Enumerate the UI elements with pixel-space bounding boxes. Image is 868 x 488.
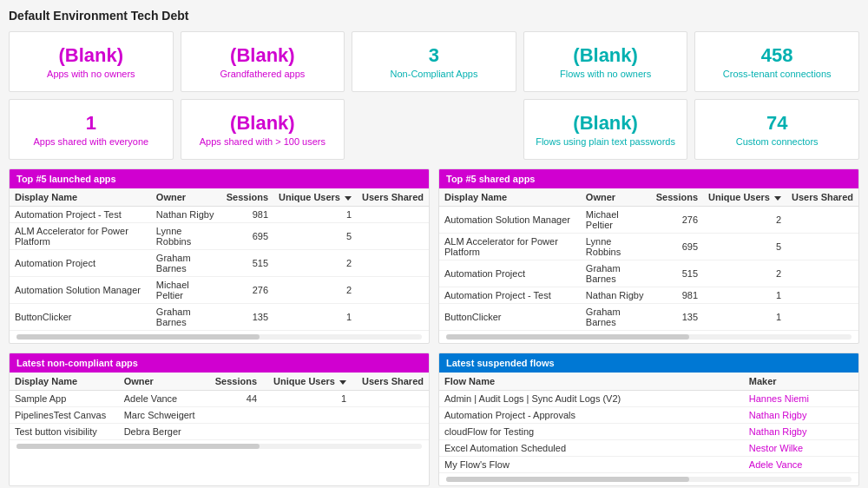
col-maker[interactable]: Maker [744, 373, 858, 391]
table-row[interactable]: Automation Project Graham Barnes 515 2 [10, 250, 429, 277]
cell-sessions [206, 407, 262, 424]
tables-row-1: Top #5 launched apps Display Name Owner … [9, 168, 859, 344]
table-row[interactable]: My Flow's Flow Adele Vance [439, 457, 858, 473]
col-owner-2[interactable]: Owner [581, 188, 651, 207]
cell-owner: Graham Barnes [151, 250, 221, 277]
table-row[interactable]: Automation Project Graham Barnes 515 2 [439, 260, 858, 287]
metric-flows-no-owners[interactable]: (Blank) Flows with no owners [523, 31, 688, 92]
table-row[interactable]: ButtonClicker Graham Barnes 135 1 [10, 304, 429, 331]
metric-custom-connectors[interactable]: 74 Custom connectors [694, 99, 859, 160]
scrollbar-shared-apps[interactable] [446, 334, 852, 340]
scrollbar-thumb-suspended [446, 477, 689, 482]
col-owner-3[interactable]: Owner [119, 373, 207, 391]
col-owner-1[interactable]: Owner [151, 188, 221, 207]
table-row[interactable]: Test button visibility Debra Berger [10, 424, 429, 440]
metric-apps-no-owners[interactable]: (Blank) Apps with no owners [9, 31, 174, 92]
cell-users-shared [786, 304, 858, 331]
cell-maker: Nathan Rigby [744, 407, 858, 424]
suspended-flows-header: Latest suspended flows [439, 353, 858, 373]
col-users-shared-1[interactable]: Users Shared [357, 188, 429, 207]
cell-display-name: ButtonClicker [10, 304, 151, 331]
table-row[interactable]: Sample App Adele Vance 44 1 [10, 391, 429, 407]
metric-cross-tenant[interactable]: 458 Cross-tenant connections [694, 31, 859, 92]
table-row[interactable]: Automation Project - Test Nathan Rigby 9… [439, 287, 858, 304]
metric-value-noncompliant: 3 [429, 44, 439, 67]
metrics-row-2: 1 Apps shared with everyone (Blank) Apps… [9, 99, 859, 160]
cell-sessions: 981 [651, 287, 703, 304]
col-users-shared-2[interactable]: Users Shared [786, 188, 858, 207]
cell-display-name: ALM Accelerator for Power Platform [10, 223, 151, 250]
cell-owner: Adele Vance [119, 391, 207, 407]
col-sessions-1[interactable]: Sessions [221, 188, 273, 207]
table-row[interactable]: Admin | Audit Logs | Sync Audit Logs (V2… [439, 391, 858, 407]
cell-unique-users: 1 [273, 207, 357, 223]
metric-grandfathered-apps[interactable]: (Blank) Grandfathered apps [181, 31, 345, 92]
cell-unique-users: 1 [262, 391, 352, 407]
col-sessions-3[interactable]: Sessions [206, 373, 262, 391]
sort-arrow-1 [345, 196, 352, 201]
metric-value-flows-no-owners: (Blank) [573, 44, 638, 67]
cell-owner: Nathan Rigby [581, 287, 651, 304]
cell-sessions: 44 [206, 391, 262, 407]
table-row[interactable]: ALM Accelerator for Power Platform Lynne… [439, 234, 858, 260]
cell-sessions: 276 [221, 277, 273, 304]
cell-display-name: Sample App [10, 391, 119, 407]
top-launched-apps-section: Top #5 launched apps Display Name Owner … [9, 168, 430, 344]
cell-owner: Michael Peltier [151, 277, 221, 304]
cell-users-shared [357, 277, 429, 304]
noncompliant-apps-header: Latest non-compliant apps [10, 353, 429, 373]
top-shared-apps-section: Top #5 shared apps Display Name Owner Se… [438, 168, 859, 344]
col-unique-users-1[interactable]: Unique Users [273, 188, 357, 207]
metric-label-grandfathered: Grandfathered apps [220, 69, 305, 79]
metric-noncompliant-apps[interactable]: 3 Non-Compliant Apps [352, 31, 516, 92]
col-display-name-3[interactable]: Display Name [10, 373, 119, 391]
sort-arrow-2 [774, 196, 781, 201]
col-flow-name[interactable]: Flow Name [439, 373, 744, 391]
table-row[interactable]: Automation Project - Test Nathan Rigby 9… [10, 207, 429, 223]
metric-label-custom-connectors: Custom connectors [736, 136, 819, 147]
col-users-shared-3[interactable]: Users Shared [352, 373, 429, 391]
cell-unique-users: 1 [703, 287, 786, 304]
col-sessions-2[interactable]: Sessions [651, 188, 703, 207]
suspended-flows-table: Flow Name Maker Admin | Audit Logs | Syn… [439, 373, 858, 473]
cell-sessions: 276 [651, 207, 703, 234]
cell-flow-name: Automation Project - Approvals [439, 407, 744, 424]
metric-shared-everyone[interactable]: 1 Apps shared with everyone [9, 99, 174, 160]
table-row[interactable]: cloudFlow for Testing Nathan Rigby [439, 424, 858, 440]
suspended-flows-section: Latest suspended flows Flow Name Maker A… [438, 353, 859, 486]
cell-sessions [206, 424, 262, 440]
cell-display-name: PipelinesTest Canvas [10, 407, 119, 424]
col-unique-users-3[interactable]: Unique Users [262, 373, 352, 391]
table-row[interactable]: Automation Project - Approvals Nathan Ri… [439, 407, 858, 424]
scrollbar-launched-apps[interactable] [16, 334, 422, 340]
col-display-name-1[interactable]: Display Name [10, 188, 151, 207]
metric-plain-text-passwords[interactable]: (Blank) Flows using plain text passwords [523, 99, 688, 160]
col-display-name-2[interactable]: Display Name [439, 188, 581, 207]
noncompliant-apps-table: Display Name Owner Sessions Unique Users… [10, 373, 429, 440]
cell-maker: Hannes Niemi [744, 391, 858, 407]
cell-display-name: Automation Solution Manager [10, 277, 151, 304]
cell-owner: Lynne Robbins [151, 223, 221, 250]
cell-unique-users: 1 [703, 304, 786, 331]
cell-sessions: 515 [651, 260, 703, 287]
cell-owner: Graham Barnes [151, 304, 221, 331]
cell-unique-users: 2 [273, 277, 357, 304]
cell-owner: Graham Barnes [581, 260, 651, 287]
table-row[interactable]: ALM Accelerator for Power Platform Lynne… [10, 223, 429, 250]
table-row[interactable]: Excel Automation Scheduled Nestor Wilke [439, 440, 858, 457]
scrollbar-noncompliant[interactable] [16, 444, 422, 449]
table-row[interactable]: PipelinesTest Canvas Marc Schweigert [10, 407, 429, 424]
table-row[interactable]: Automation Solution Manager Michael Pelt… [439, 207, 858, 234]
cell-display-name: ButtonClicker [439, 304, 581, 331]
cell-unique-users: 5 [703, 234, 786, 260]
cell-sessions: 695 [651, 234, 703, 260]
metric-value-shared-100: (Blank) [230, 112, 295, 135]
cell-unique-users [262, 424, 352, 440]
col-unique-users-2[interactable]: Unique Users [703, 188, 786, 207]
metric-value-grandfathered: (Blank) [230, 44, 295, 67]
table-row[interactable]: Automation Solution Manager Michael Pelt… [10, 277, 429, 304]
scrollbar-suspended-flows[interactable] [446, 477, 852, 482]
metric-shared-100[interactable]: (Blank) Apps shared with > 100 users [181, 99, 345, 160]
table-row[interactable]: ButtonClicker Graham Barnes 135 1 [439, 304, 858, 331]
cell-sessions: 695 [221, 223, 273, 250]
